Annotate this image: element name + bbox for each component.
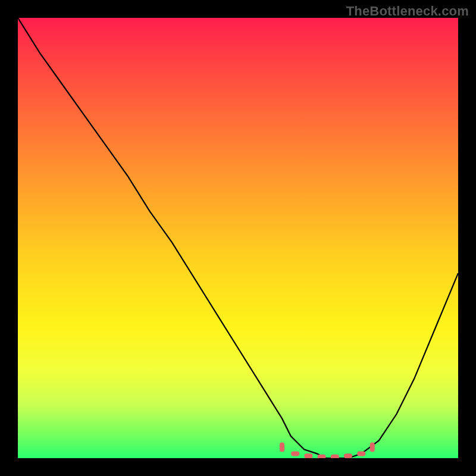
valley-marker <box>357 452 365 456</box>
valley-marker <box>331 455 339 458</box>
valley-marker <box>291 452 299 456</box>
chart-plot-area <box>18 18 458 458</box>
valley-markers-group <box>280 443 375 459</box>
valley-marker <box>370 443 375 452</box>
valley-marker <box>280 443 284 452</box>
bottleneck-curve-path <box>18 18 458 458</box>
valley-marker <box>344 453 352 458</box>
valley-marker <box>304 453 312 458</box>
watermark-text: TheBottleneck.com <box>346 4 469 19</box>
valley-marker <box>318 455 326 458</box>
chart-svg <box>18 18 458 458</box>
